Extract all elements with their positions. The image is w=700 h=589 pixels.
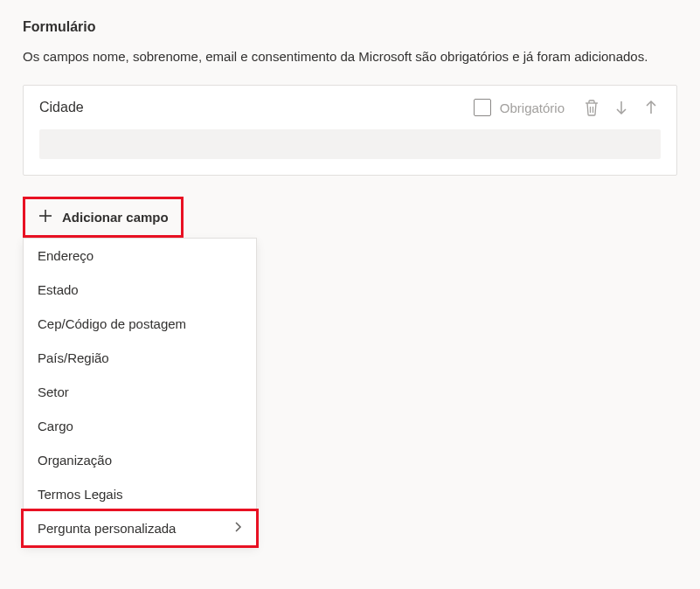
dropdown-item-pais-regiao[interactable]: País/Região <box>24 341 256 375</box>
add-field-label: Adicionar campo <box>62 210 169 225</box>
dropdown-item-label: Endereço <box>38 248 94 263</box>
dropdown-item-pergunta-personalizada[interactable]: Pergunta personalizada <box>21 509 259 548</box>
dropdown-item-label: Cep/Código de postagem <box>38 316 186 331</box>
field-input-preview[interactable] <box>39 129 661 159</box>
dropdown-item-label: Pergunta personalizada <box>38 521 176 536</box>
trash-icon[interactable] <box>582 98 601 117</box>
add-field-button[interactable]: Adicionar campo <box>23 197 184 238</box>
dropdown-item-endereco[interactable]: Endereço <box>24 239 256 273</box>
dropdown-item-label: País/Região <box>38 350 109 365</box>
dropdown-item-label: Termos Legais <box>38 487 123 502</box>
plus-icon <box>38 208 53 226</box>
arrow-down-icon[interactable] <box>612 98 631 117</box>
chevron-right-icon <box>233 521 242 536</box>
dropdown-item-organizacao[interactable]: Organização <box>24 443 256 477</box>
add-field-dropdown: Endereço Estado Cep/Código de postagem P… <box>23 238 257 546</box>
dropdown-item-cep[interactable]: Cep/Código de postagem <box>24 307 256 341</box>
required-checkbox[interactable] <box>474 99 491 116</box>
required-checkbox-wrap[interactable]: Obrigatório <box>474 99 565 116</box>
dropdown-item-termos-legais[interactable]: Termos Legais <box>24 477 256 511</box>
dropdown-item-cargo[interactable]: Cargo <box>24 409 256 443</box>
dropdown-item-label: Cargo <box>38 419 73 433</box>
dropdown-item-setor[interactable]: Setor <box>24 375 256 409</box>
dropdown-item-estado[interactable]: Estado <box>24 273 256 307</box>
required-label: Obrigatório <box>500 100 565 115</box>
field-card-cidade: Cidade Obrigatório <box>23 85 677 176</box>
section-title: Formulário <box>23 19 677 35</box>
dropdown-item-label: Setor <box>38 385 69 399</box>
dropdown-item-label: Organização <box>38 453 112 468</box>
arrow-up-icon[interactable] <box>641 98 661 117</box>
section-description: Os campos nome, sobrenome, email e conse… <box>23 47 677 66</box>
field-name-label: Cidade <box>39 100 84 115</box>
dropdown-item-label: Estado <box>38 282 79 297</box>
